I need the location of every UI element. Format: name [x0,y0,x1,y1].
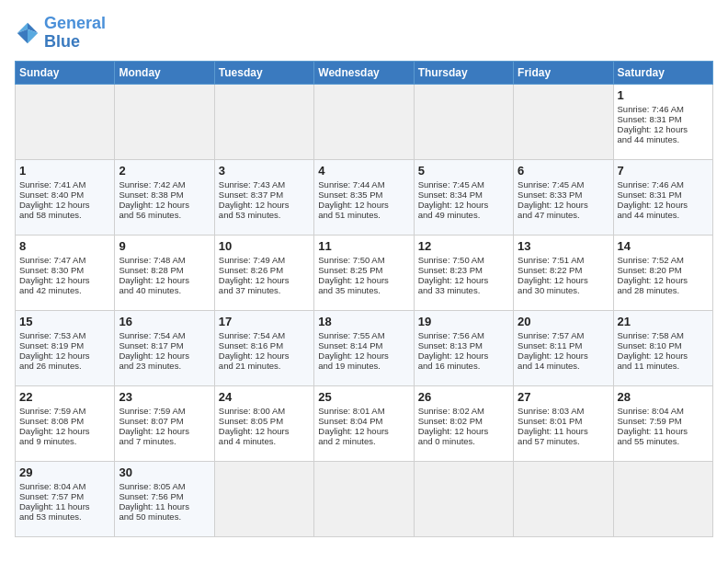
calendar-cell: 25Sunrise: 8:01 AMSunset: 8:04 PMDayligh… [314,385,414,461]
calendar-cell: 26Sunrise: 8:02 AMSunset: 8:02 PMDayligh… [414,385,513,461]
calendar-cell: 17Sunrise: 7:54 AMSunset: 8:16 PMDayligh… [214,310,313,385]
calendar-cell: 16Sunrise: 7:54 AMSunset: 8:17 PMDayligh… [115,310,214,385]
svg-marker-3 [17,29,28,43]
week-row: 8Sunrise: 7:47 AMSunset: 8:30 PMDaylight… [16,235,713,310]
empty-cell [214,84,313,159]
calendar-cell: 24Sunrise: 8:00 AMSunset: 8:05 PMDayligh… [214,385,313,461]
calendar-cell: 29Sunrise: 8:04 AMSunset: 7:57 PMDayligh… [16,461,115,536]
calendar-cell: 2Sunrise: 7:42 AMSunset: 8:38 PMDaylight… [115,159,214,235]
calendar-cell: 18Sunrise: 7:55 AMSunset: 8:14 PMDayligh… [314,310,414,385]
empty-cell [115,84,214,159]
week-row: 15Sunrise: 7:53 AMSunset: 8:19 PMDayligh… [16,310,713,385]
calendar-cell [414,461,513,536]
logo: General Blue [15,15,106,52]
calendar-cell: 22Sunrise: 7:59 AMSunset: 8:08 PMDayligh… [16,385,115,461]
empty-cell [16,84,115,159]
calendar-table: SundayMondayTuesdayWednesdayThursdayFrid… [15,61,713,537]
col-header-monday: Monday [115,61,214,84]
calendar-cell: 14Sunrise: 7:52 AMSunset: 8:20 PMDayligh… [613,235,712,310]
calendar-cell: 6Sunrise: 7:45 AMSunset: 8:33 PMDaylight… [514,159,613,235]
header-row: SundayMondayTuesdayWednesdayThursdayFrid… [16,61,713,84]
calendar-cell: 12Sunrise: 7:50 AMSunset: 8:23 PMDayligh… [414,235,513,310]
calendar-cell: 1Sunrise: 7:41 AMSunset: 8:40 PMDaylight… [16,159,115,235]
calendar-page: General Blue SundayMondayTuesdayWednesda… [0,0,728,563]
col-header-thursday: Thursday [414,61,513,84]
week-row: 1Sunrise: 7:46 AMSunset: 8:31 PMDaylight… [16,84,713,159]
col-header-friday: Friday [514,61,613,84]
week-row: 29Sunrise: 8:04 AMSunset: 7:57 PMDayligh… [16,461,713,536]
empty-cell [514,84,613,159]
calendar-cell: 30Sunrise: 8:05 AMSunset: 7:56 PMDayligh… [115,461,214,536]
calendar-cell: 27Sunrise: 8:03 AMSunset: 8:01 PMDayligh… [514,385,613,461]
col-header-saturday: Saturday [613,61,712,84]
empty-cell [414,84,513,159]
svg-marker-2 [28,29,38,43]
week-row: 22Sunrise: 7:59 AMSunset: 8:08 PMDayligh… [16,385,713,461]
calendar-cell [613,461,712,536]
calendar-cell: 1Sunrise: 7:46 AMSunset: 8:31 PMDaylight… [613,84,712,159]
col-header-tuesday: Tuesday [214,61,313,84]
calendar-cell: 9Sunrise: 7:48 AMSunset: 8:28 PMDaylight… [115,235,214,310]
calendar-cell: 28Sunrise: 8:04 AMSunset: 7:59 PMDayligh… [613,385,712,461]
calendar-cell: 11Sunrise: 7:50 AMSunset: 8:25 PMDayligh… [314,235,414,310]
week-row: 1Sunrise: 7:41 AMSunset: 8:40 PMDaylight… [16,159,713,235]
calendar-cell: 15Sunrise: 7:53 AMSunset: 8:19 PMDayligh… [16,310,115,385]
calendar-cell [514,461,613,536]
empty-cell [314,84,414,159]
calendar-cell: 20Sunrise: 7:57 AMSunset: 8:11 PMDayligh… [514,310,613,385]
calendar-cell: 19Sunrise: 7:56 AMSunset: 8:13 PMDayligh… [414,310,513,385]
calendar-cell: 13Sunrise: 7:51 AMSunset: 8:22 PMDayligh… [514,235,613,310]
calendar-cell: 3Sunrise: 7:43 AMSunset: 8:37 PMDaylight… [214,159,313,235]
logo-icon [15,20,40,46]
col-header-sunday: Sunday [16,61,115,84]
calendar-cell [314,461,414,536]
calendar-cell [214,461,313,536]
logo-text: General Blue [44,15,106,52]
header: General Blue [15,15,713,52]
calendar-cell: 5Sunrise: 7:45 AMSunset: 8:34 PMDaylight… [414,159,513,235]
calendar-cell: 21Sunrise: 7:58 AMSunset: 8:10 PMDayligh… [613,310,712,385]
calendar-cell: 23Sunrise: 7:59 AMSunset: 8:07 PMDayligh… [115,385,214,461]
calendar-cell: 10Sunrise: 7:49 AMSunset: 8:26 PMDayligh… [214,235,313,310]
calendar-cell: 4Sunrise: 7:44 AMSunset: 8:35 PMDaylight… [314,159,414,235]
calendar-cell: 8Sunrise: 7:47 AMSunset: 8:30 PMDaylight… [16,235,115,310]
col-header-wednesday: Wednesday [314,61,414,84]
calendar-cell: 7Sunrise: 7:46 AMSunset: 8:31 PMDaylight… [613,159,712,235]
